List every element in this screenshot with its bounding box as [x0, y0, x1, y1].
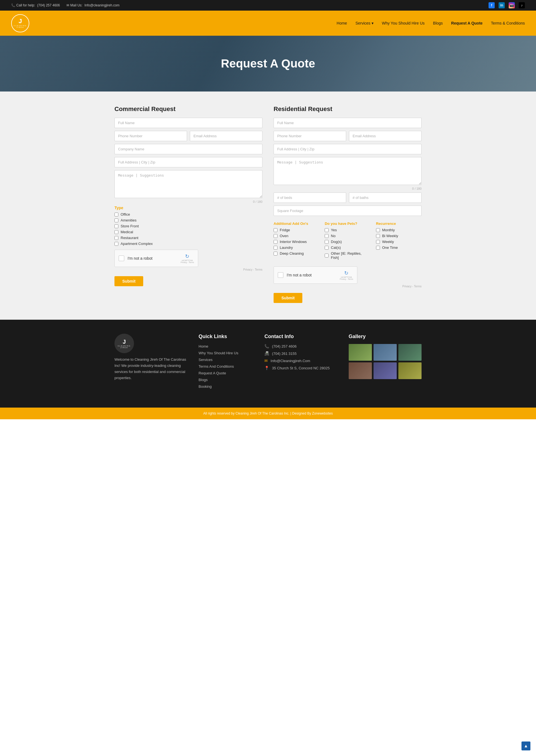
rec-weekly: Weekly	[376, 240, 421, 244]
residential-fullname[interactable]	[274, 118, 421, 128]
nav-blogs[interactable]: Blogs	[433, 21, 443, 25]
addon-fridge-input[interactable]	[274, 228, 278, 232]
checkbox-medical-input[interactable]	[115, 230, 118, 234]
gallery-img-3[interactable]	[398, 344, 421, 361]
tiktok-icon[interactable]: ♪	[519, 2, 525, 8]
rec-biweekly-input[interactable]	[376, 234, 380, 238]
address-icon: 📍	[264, 366, 269, 370]
nav-request-quote[interactable]: Request A Quote	[451, 21, 483, 25]
add-ons-col: Additional Add On's Fridge Oven Interior…	[274, 222, 319, 261]
nav-home[interactable]: Home	[337, 21, 347, 25]
gallery-title: Gallery	[349, 334, 421, 339]
footer-gallery: Gallery	[349, 334, 421, 391]
addon-oven: Oven	[274, 234, 319, 238]
addon-windows-input[interactable]	[274, 240, 278, 244]
gallery-img-6[interactable]	[398, 362, 421, 379]
gallery-img-5[interactable]	[374, 362, 397, 379]
commercial-fullname[interactable]	[115, 118, 262, 128]
pets-label: Do you have Pets?	[325, 222, 370, 226]
addon-laundry-input[interactable]	[274, 246, 278, 250]
checkbox-restaurant-input[interactable]	[115, 236, 118, 240]
addon-deep-cleaning-input[interactable]	[274, 252, 278, 256]
pet-other-input[interactable]	[325, 254, 329, 258]
pet-dogs: Dog(s)	[325, 240, 370, 244]
footer-about-text: Welcome to Cleaning Jireh Of The Carolin…	[115, 357, 187, 381]
phone-info: 📞 Call for help: (704) 257 4606	[11, 3, 60, 7]
addon-windows: Interior Windows	[274, 240, 319, 244]
residential-baths[interactable]	[349, 193, 421, 203]
checkbox-storefront-label: Store Front	[120, 224, 139, 228]
gallery-img-2[interactable]	[374, 344, 397, 361]
rec-onetime: One Time	[376, 245, 421, 250]
main-content: Commercial Request 0 / 180 Type Office A…	[0, 91, 536, 320]
footer-logo: J CLEANING JIREH	[115, 334, 187, 353]
residential-email[interactable]	[349, 131, 421, 141]
checkbox-amenities-input[interactable]	[115, 218, 118, 222]
commercial-phone[interactable]	[115, 131, 187, 141]
footer-link-services[interactable]: Services	[198, 358, 213, 362]
checkbox-storefront-input[interactable]	[115, 224, 118, 228]
commercial-message[interactable]	[115, 170, 262, 198]
recaptcha-label-residential: I'm not a robot	[287, 273, 312, 277]
gallery-grid	[349, 344, 421, 379]
footer-link-home[interactable]: Home	[198, 344, 208, 348]
pet-other: Other [IE: Reptiles, Fish]	[325, 251, 370, 260]
footer-links-list: Home Why You Should Hire Us Services Ter…	[198, 344, 253, 389]
instagram-icon[interactable]: 📷	[509, 2, 515, 8]
pet-cats-input[interactable]	[325, 246, 329, 250]
footer-link-booking[interactable]: Booking	[198, 384, 212, 389]
nav-terms[interactable]: Terms & Conditions	[491, 21, 525, 25]
facebook-icon[interactable]: f	[488, 2, 495, 8]
residential-sqft[interactable]	[274, 205, 421, 216]
checkbox-amenities: Amenities	[115, 218, 262, 222]
hero-section: Request A Quote	[0, 36, 536, 91]
pet-no-input[interactable]	[325, 234, 329, 238]
rec-weekly-input[interactable]	[376, 240, 380, 244]
linkedin-icon[interactable]: in	[499, 2, 505, 8]
pet-dogs-input[interactable]	[325, 240, 329, 244]
commercial-email[interactable]	[190, 131, 262, 141]
footer-link-terms[interactable]: Terms And Conditions	[198, 364, 234, 368]
residential-message[interactable]	[274, 157, 421, 185]
footer: J CLEANING JIREH Welcome to Cleaning Jir…	[0, 320, 536, 408]
checkbox-amenities-label: Amenities	[120, 218, 137, 222]
commercial-submit[interactable]: Submit	[115, 276, 143, 286]
checkbox-office-input[interactable]	[115, 212, 118, 216]
forms-row: Commercial Request 0 / 180 Type Office A…	[115, 106, 421, 303]
residential-address[interactable]	[274, 144, 421, 154]
gallery-img-4[interactable]	[349, 362, 372, 379]
checkbox-medical-label: Medical	[120, 230, 133, 234]
rec-monthly-input[interactable]	[376, 228, 380, 232]
addon-oven-input[interactable]	[274, 234, 278, 238]
nav-why-hire[interactable]: Why You Should Hire Us	[382, 21, 425, 25]
residential-recaptcha-privacy: Privacy - Terms	[274, 285, 421, 288]
residential-phone[interactable]	[274, 131, 346, 141]
residential-beds[interactable]	[274, 193, 346, 203]
pet-no: No	[325, 234, 370, 238]
add-ons-row: Additional Add On's Fridge Oven Interior…	[274, 222, 421, 261]
pets-col: Do you have Pets? Yes No Dog(s)	[325, 222, 370, 261]
recaptcha-checkbox-commercial[interactable]	[118, 256, 124, 261]
pet-cats: Cat(s)	[325, 245, 370, 250]
nav-services[interactable]: Services ▾	[355, 21, 374, 25]
checkbox-medical: Medical	[115, 230, 262, 234]
copyright-text: All rights reserved by Cleaning Jireh Of…	[203, 411, 333, 415]
residential-submit[interactable]: Submit	[274, 293, 302, 303]
footer-link-quote[interactable]: Request A Quote	[198, 371, 226, 375]
footer-link-blogs[interactable]: Blogs	[198, 378, 208, 382]
footer-link-why[interactable]: Why You Should Hire Us	[198, 351, 238, 355]
rec-onetime-input[interactable]	[376, 246, 380, 250]
addon-deep-cleaning: Deep Cleaning	[274, 251, 319, 256]
checkbox-apartment-input[interactable]	[115, 242, 118, 246]
commercial-company[interactable]	[115, 144, 262, 154]
add-ons-label: Additional Add On's	[274, 222, 319, 226]
recaptcha-checkbox-residential[interactable]	[278, 272, 284, 278]
contact-address: 📍 35 Church St S, Concord NC 28025	[264, 366, 337, 370]
pet-yes-input[interactable]	[325, 228, 329, 232]
gallery-img-1[interactable]	[349, 344, 372, 361]
logo-circle: J CLEANING JIREH	[11, 14, 29, 32]
recurrence-label: Recurrence	[376, 222, 421, 226]
commercial-address[interactable]	[115, 157, 262, 167]
residential-heading: Residential Request	[274, 106, 421, 113]
commercial-form: Commercial Request 0 / 180 Type Office A…	[115, 106, 262, 303]
